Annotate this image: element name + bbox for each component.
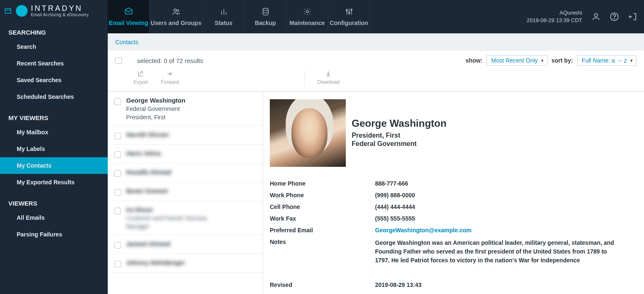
sort-select[interactable]: Full Name: a → z▼ [577, 55, 636, 66]
download-button[interactable]: Download [304, 70, 340, 87]
row-checkbox[interactable] [114, 133, 121, 139]
contact-row[interactable]: Haris Vohra [108, 145, 263, 163]
row-org: Federal Government [126, 106, 257, 112]
svg-point-17 [614, 18, 614, 19]
field-value: GeorgeWashington@example.com [375, 227, 636, 234]
brand-logo[interactable]: INTRADYN Email Archiving & eDiscovery [16, 4, 89, 17]
nav-tab-configuration[interactable]: Configuration [328, 0, 370, 33]
nav-tab-status[interactable]: Status [203, 0, 245, 33]
show-value: Most Recent Only [491, 57, 538, 64]
toolbar: selected: 0 of 72 results show: Most Rec… [108, 51, 644, 91]
detail-field: NotesGeorge Washington was an American p… [270, 236, 636, 267]
sidebar-section-viewers: VIEWERS [0, 191, 108, 209]
sidebar-collapse-icon[interactable] [4, 7, 12, 15]
row-title: President, First [126, 114, 257, 121]
brand-tagline: Email Archiving & eDiscovery [31, 13, 89, 17]
contact-row[interactable]: Jameel Ahmed [108, 235, 263, 254]
row-checkbox[interactable] [114, 208, 121, 214]
detail-field: Work Phone(999) 888-0000 [270, 189, 636, 201]
row-name: Huzaifa Ahmad [126, 168, 257, 176]
sidebar-item-all-emails[interactable]: All Emails [0, 209, 108, 226]
sidebar-item-scheduled-searches[interactable]: Scheduled Searches [0, 88, 108, 105]
contact-row[interactable]: Johnny Helmberger [108, 254, 263, 273]
svg-point-3 [177, 10, 179, 12]
row-name: Ibram Osmani [126, 187, 257, 194]
svg-point-13 [348, 12, 350, 13]
contact-row[interactable]: Huzaifa Ahmad [108, 163, 263, 182]
field-label: Work Phone [270, 192, 375, 199]
sidebar-item-parsing-failures[interactable]: Parsing Failures [0, 226, 108, 243]
row-name: Harold Olsson [126, 131, 257, 138]
contact-row[interactable]: Ibram Osmani [108, 182, 263, 201]
detail-field: Preferred EmailGeorgeWashington@example.… [270, 224, 636, 236]
row-org: Customer and Partner Success [126, 215, 257, 221]
brand-name: INTRADYN [31, 4, 89, 13]
nav-tab-users-and-groups[interactable]: Users and Groups [150, 0, 203, 33]
sidebar-section-my-viewers: MY VIEWERS [0, 105, 108, 124]
field-label: Revised [270, 281, 375, 288]
field-label: Preferred Email [270, 227, 375, 234]
chevron-down-icon: ▼ [629, 58, 634, 63]
row-name: George Washington [126, 97, 257, 104]
contact-row[interactable]: Harold Olsson [108, 126, 263, 145]
contact-row[interactable]: George WashingtonFederal GovernmentPresi… [108, 92, 263, 126]
nav-icon [260, 7, 271, 16]
top-nav: Email ViewingUsers and GroupsStatusBacku… [108, 0, 644, 33]
svg-point-7 [263, 8, 268, 11]
svg-point-8 [306, 10, 309, 13]
detail-revised: Revised2019-08-29 13:43 [270, 279, 636, 291]
nav-tab-maintenance[interactable]: Maintenance [287, 0, 328, 33]
forward-button[interactable]: Forward [161, 70, 179, 85]
contact-org: Federal Government [352, 140, 446, 148]
nav-icon [344, 7, 355, 16]
email-link[interactable]: GeorgeWashington@example.com [375, 227, 472, 234]
contact-portrait [270, 99, 346, 167]
download-icon [325, 70, 332, 78]
row-name: Johnny Helmberger [126, 259, 257, 266]
select-all-checkbox[interactable] [115, 57, 122, 64]
show-select[interactable]: Most Recent Only▼ [487, 55, 547, 66]
field-value: 2019-08-29 13:43 [375, 281, 636, 288]
detail-field: Work Fax(555) 555-5555 [270, 213, 636, 224]
field-value: (444) 444-4444 [375, 204, 636, 210]
field-label: Cell Phone [270, 204, 375, 210]
sidebar-item-my-contacts[interactable]: My Contacts [0, 157, 108, 174]
detail-field: Home Phone888-777-666 [270, 178, 636, 189]
row-checkbox[interactable] [114, 189, 121, 196]
row-checkbox[interactable] [114, 261, 121, 267]
row-checkbox[interactable] [114, 170, 121, 177]
contact-detail: George Washington President, First Feder… [263, 92, 644, 294]
logo-icon [16, 5, 28, 17]
contact-list[interactable]: George WashingtonFederal GovernmentPresi… [108, 92, 263, 294]
field-value: (999) 888-0000 [375, 192, 636, 199]
logout-icon[interactable] [628, 12, 637, 21]
sidebar-item-search[interactable]: Search [0, 38, 108, 55]
svg-point-12 [346, 10, 347, 11]
sort-label: sort by: [552, 57, 573, 64]
sidebar-item-recent-searches[interactable]: Recent Searches [0, 55, 108, 72]
nav-icon [123, 7, 134, 16]
sidebar-item-saved-searches[interactable]: Saved Searches [0, 72, 108, 88]
row-checkbox[interactable] [114, 98, 121, 105]
field-label: Notes [270, 239, 375, 265]
nav-icon [218, 7, 229, 16]
contact-title: President, First [352, 132, 446, 139]
user-icon[interactable] [591, 12, 601, 21]
detail-field: Cell Phone(444) 444-4444 [270, 201, 636, 213]
row-title: Manager [126, 223, 257, 230]
contact-row[interactable]: Ira DixonCustomer and Partner SuccessMan… [108, 201, 263, 235]
sidebar-item-my-labels[interactable]: My Labels [0, 141, 108, 157]
user-datetime: 2019-08-29 13:39 CDT [527, 17, 582, 24]
row-checkbox[interactable] [114, 242, 121, 249]
sidebar: INTRADYN Email Archiving & eDiscovery SE… [0, 0, 108, 294]
export-button[interactable]: Export [134, 70, 148, 85]
help-icon[interactable] [610, 12, 619, 21]
row-checkbox[interactable] [114, 151, 121, 158]
contact-name: George Washington [352, 118, 446, 129]
sidebar-item-my-mailbox[interactable]: My Mailbox [0, 124, 108, 141]
breadcrumb[interactable]: Contacts [108, 33, 644, 51]
nav-tab-backup[interactable]: Backup [245, 0, 287, 33]
field-value: 888-777-666 [375, 180, 636, 187]
sidebar-item-my-exported-results[interactable]: My Exported Results [0, 174, 108, 191]
nav-tab-email-viewing[interactable]: Email Viewing [108, 0, 150, 33]
